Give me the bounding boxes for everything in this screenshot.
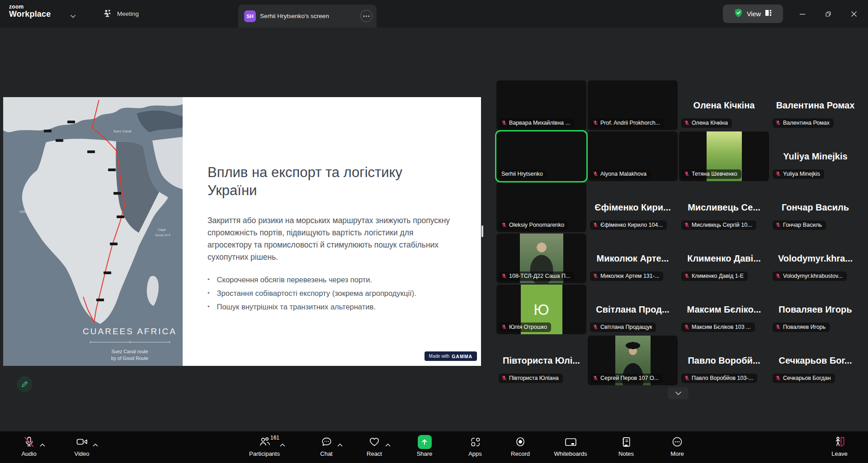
participant-tile[interactable]: Serhii Hrytsenko	[496, 131, 586, 181]
muted-mic-icon	[593, 120, 598, 126]
africa-route-map: Suez Canal Cape Good of F UEE Z CUAREES …	[3, 97, 183, 366]
participant-tile[interactable]: Клименко Даві... Клименко Давід 1-Е	[679, 234, 769, 283]
tab-options-icon[interactable]	[360, 10, 373, 22]
gallery-expand-button[interactable]	[668, 387, 689, 399]
muted-mic-icon	[684, 375, 689, 381]
muted-mic-icon	[501, 324, 507, 330]
toolbar-record-button[interactable]: Record	[493, 435, 547, 457]
chevron-up-icon[interactable]	[93, 440, 98, 449]
muted-mic-icon	[775, 222, 781, 228]
restore-window-button[interactable]	[817, 0, 839, 28]
participant-tile[interactable]: Павло Воробй... Павло Воробйов 103-...	[679, 336, 769, 385]
participant-tile[interactable]: Сечкарьов Бог... Сечкарьов Богдан	[770, 336, 860, 385]
muted-mic-icon	[775, 324, 781, 330]
participant-name-chip: Світлана Продащук	[590, 323, 656, 332]
bullet-text: Скорочення обсягів перевезень через порт…	[217, 275, 373, 285]
tile-name-label: Поваляев Игорь	[783, 324, 826, 330]
chevron-up-icon[interactable]	[280, 440, 285, 449]
map-subtitle-2: by of Good Route	[57, 355, 183, 362]
toolbar-react-button[interactable]: React	[347, 435, 401, 457]
participant-tile[interactable]: Yuliya Minejkis Yuliya Minejkis	[770, 131, 860, 181]
participant-name-chip: Гончар Василь	[773, 220, 826, 230]
participant-tile[interactable]: Гончар Василь Гончар Василь	[770, 182, 860, 232]
participant-name-chip: Мисливець Сергій 10...	[681, 220, 756, 230]
tile-name-label: Єфіменко Кирило 104...	[600, 222, 663, 228]
tile-name-label: Півториста Юліана	[509, 375, 559, 381]
muted-mic-icon	[593, 171, 598, 177]
tab-meeting[interactable]: Meeting	[96, 0, 145, 28]
participant-tile[interactable]: Максим Бєліко... Максим Бєліков 103 ...	[679, 285, 769, 334]
participant-tile[interactable]: Volodymyr.khra... Volodymyr.khrabustov..…	[770, 234, 860, 283]
participant-name-chip: Валентина Ромах	[773, 118, 834, 128]
bullet-text: Зростання собівартості експорту (зокрема…	[217, 288, 416, 298]
made-with-gamma-badge[interactable]: Made with GAMMA	[425, 351, 477, 361]
participant-tile[interactable]: 108-ТСЛ-Д22 Саша П...	[496, 234, 586, 283]
annotate-pencil-button[interactable]	[17, 376, 33, 392]
layout-grid-icon	[764, 9, 772, 19]
chevron-up-icon[interactable]	[385, 440, 391, 449]
avatar: SH	[244, 10, 256, 22]
toolbar-notes-button[interactable]: Notes	[599, 435, 653, 457]
participant-name-chip: Alyona Malakhova	[590, 169, 651, 179]
participant-tile[interactable]: Мисливець Се... Мисливець Сергій 10...	[679, 182, 769, 232]
share-green-box	[418, 435, 432, 449]
tile-name-label: Світлана Продащук	[600, 324, 652, 330]
participant-name-chip: Варвара Михайлівна ...	[499, 118, 574, 128]
logo-zoom-text: zoom	[9, 4, 51, 10]
participant-tile[interactable]: Сергей Перов 107 О...	[588, 336, 678, 385]
badge-prefix: Made with	[429, 354, 450, 359]
participant-tile[interactable]: Миколюк Арте... Миколюк Артем 131-...	[588, 234, 678, 283]
participant-tile[interactable]: Валентина Ромах Валентина Ромах	[770, 80, 860, 130]
participant-tile[interactable]: Півториста Юлі... Півториста Юліана	[496, 336, 586, 385]
tab-shared-screen-label: Serhii Hrytsenko's screen	[260, 13, 356, 19]
participant-tile[interactable]: Світлана Прод... Світлана Продащук	[588, 285, 678, 334]
minimize-button[interactable]	[792, 0, 813, 28]
chevron-up-icon[interactable]	[337, 440, 343, 449]
tile-name-label: Валентина Ромах	[783, 120, 830, 126]
muted-mic-icon	[593, 375, 598, 381]
participants-grid: Варвара Михайлівна ... Prof. Andrii Prok…	[496, 80, 861, 385]
toolbar-audio-button[interactable]: Audio	[2, 435, 56, 457]
participant-tile[interactable]: Prof. Andrii Prokhorch...	[588, 80, 678, 130]
participant-name-chip: Півториста Юліана	[499, 374, 563, 383]
zoom-workplace-logo: zoom Workplace	[9, 4, 51, 19]
slide-bullet-list: • Скорочення обсягів перевезень через по…	[208, 275, 459, 312]
tile-name-label: Юлія Отрошко	[509, 324, 547, 330]
tile-name-label: 108-ТСЛ-Д22 Саша П...	[509, 273, 570, 279]
chevron-down-icon[interactable]	[70, 12, 76, 20]
badge-brand: GAMMA	[452, 354, 472, 359]
toolbar-participants-button[interactable]: 161 Participants	[237, 435, 292, 457]
tile-name-label: Alyona Malakhova	[600, 171, 646, 177]
participant-tile[interactable]: Alyona Malakhova	[588, 131, 678, 181]
participant-tile[interactable]: Ю Юлія Отрошко	[496, 285, 586, 334]
tile-name-label: Максим Бєліков 103 ...	[692, 324, 751, 330]
toolbar-whiteboards-button[interactable]: Whiteboards	[543, 435, 598, 457]
map-subtitle-1: Suez Canal route	[57, 348, 183, 355]
chat-icon	[321, 435, 333, 449]
slide-paragraph: Закриття або ризики на морських маршрута…	[208, 215, 459, 263]
participant-tile[interactable]: Олена Кічкіна Олена Кічкіна	[679, 80, 769, 130]
panel-resize-handle[interactable]	[481, 225, 483, 237]
chevron-up-icon[interactable]	[40, 440, 45, 449]
participant-tile[interactable]: Єфіменко Кири... Єфіменко Кирило 104...	[588, 182, 678, 232]
toolbar-more-button[interactable]: More	[650, 435, 704, 457]
meeting-toolbar: Audio Video 161 Participants Chat React …	[0, 431, 868, 463]
muted-mic-icon	[501, 222, 507, 228]
participant-name-chip: Тетяна Шевченко	[681, 169, 741, 179]
participant-tile[interactable]: Oleksiy Ponomarenko	[496, 182, 586, 232]
participant-tile[interactable]: Поваляев Игорь Поваляев Игорь	[770, 285, 860, 334]
close-button[interactable]	[843, 0, 864, 28]
toolbar-leave-button[interactable]: Leave	[812, 435, 867, 457]
muted-mic-icon	[684, 273, 689, 279]
toolbar-share-button[interactable]: Share	[397, 435, 452, 457]
toolbar-video-button[interactable]: Video	[55, 435, 109, 457]
slide-text-block: Вплив на експорт та логістику України За…	[208, 164, 459, 315]
slide-title: Вплив на експорт та логістику України	[208, 164, 425, 200]
tab-shared-screen[interactable]: SH Serhii Hrytsenko's screen	[238, 5, 377, 28]
map-label: UEE Z	[19, 210, 30, 213]
view-button[interactable]: View	[723, 5, 783, 23]
participant-tile[interactable]: Варвара Михайлівна ...	[496, 80, 586, 130]
leave-icon	[833, 435, 846, 449]
toolbar-chat-button[interactable]: Chat	[299, 435, 354, 457]
participant-tile[interactable]: Тетяна Шевченко	[679, 131, 769, 181]
